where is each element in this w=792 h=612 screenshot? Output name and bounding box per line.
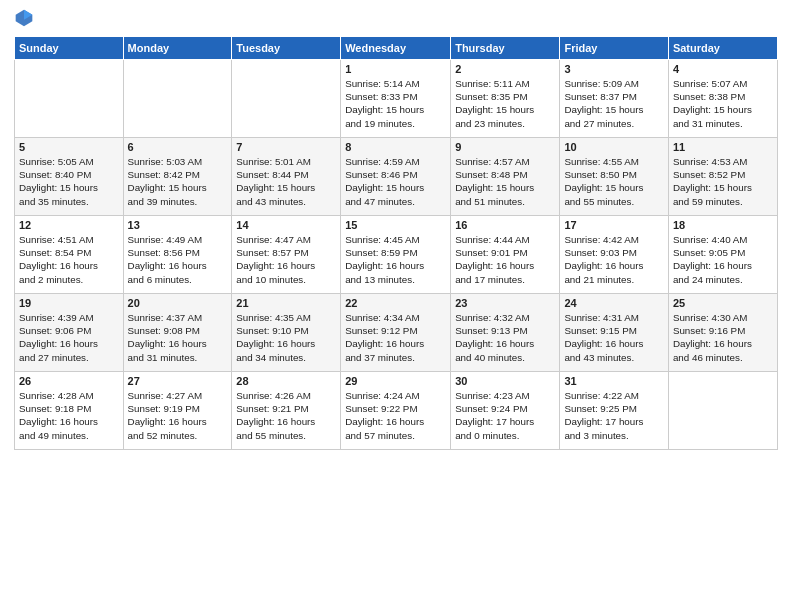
day-info: Sunrise: 5:11 AM Sunset: 8:35 PM Dayligh… <box>455 77 555 130</box>
day-info: Sunrise: 4:55 AM Sunset: 8:50 PM Dayligh… <box>564 155 663 208</box>
calendar-cell: 8Sunrise: 4:59 AM Sunset: 8:46 PM Daylig… <box>341 138 451 216</box>
calendar-cell: 22Sunrise: 4:34 AM Sunset: 9:12 PM Dayli… <box>341 294 451 372</box>
calendar-cell: 21Sunrise: 4:35 AM Sunset: 9:10 PM Dayli… <box>232 294 341 372</box>
logo <box>14 10 36 28</box>
day-info: Sunrise: 4:59 AM Sunset: 8:46 PM Dayligh… <box>345 155 446 208</box>
day-number: 30 <box>455 375 555 387</box>
day-info: Sunrise: 4:44 AM Sunset: 9:01 PM Dayligh… <box>455 233 555 286</box>
calendar-cell: 28Sunrise: 4:26 AM Sunset: 9:21 PM Dayli… <box>232 372 341 450</box>
day-info: Sunrise: 5:09 AM Sunset: 8:37 PM Dayligh… <box>564 77 663 130</box>
day-info: Sunrise: 5:01 AM Sunset: 8:44 PM Dayligh… <box>236 155 336 208</box>
day-info: Sunrise: 4:45 AM Sunset: 8:59 PM Dayligh… <box>345 233 446 286</box>
calendar-cell: 2Sunrise: 5:11 AM Sunset: 8:35 PM Daylig… <box>451 60 560 138</box>
calendar-cell: 14Sunrise: 4:47 AM Sunset: 8:57 PM Dayli… <box>232 216 341 294</box>
calendar-cell: 7Sunrise: 5:01 AM Sunset: 8:44 PM Daylig… <box>232 138 341 216</box>
day-info: Sunrise: 5:07 AM Sunset: 8:38 PM Dayligh… <box>673 77 773 130</box>
day-number: 25 <box>673 297 773 309</box>
day-number: 6 <box>128 141 228 153</box>
day-number: 22 <box>345 297 446 309</box>
calendar-cell: 16Sunrise: 4:44 AM Sunset: 9:01 PM Dayli… <box>451 216 560 294</box>
calendar-cell: 17Sunrise: 4:42 AM Sunset: 9:03 PM Dayli… <box>560 216 668 294</box>
day-number: 23 <box>455 297 555 309</box>
calendar-cell: 10Sunrise: 4:55 AM Sunset: 8:50 PM Dayli… <box>560 138 668 216</box>
day-number: 8 <box>345 141 446 153</box>
day-info: Sunrise: 4:51 AM Sunset: 8:54 PM Dayligh… <box>19 233 119 286</box>
day-number: 13 <box>128 219 228 231</box>
calendar-cell: 1Sunrise: 5:14 AM Sunset: 8:33 PM Daylig… <box>341 60 451 138</box>
calendar-cell: 11Sunrise: 4:53 AM Sunset: 8:52 PM Dayli… <box>668 138 777 216</box>
day-info: Sunrise: 4:22 AM Sunset: 9:25 PM Dayligh… <box>564 389 663 442</box>
day-number: 3 <box>564 63 663 75</box>
logo-icon <box>14 8 34 28</box>
calendar-week-row: 12Sunrise: 4:51 AM Sunset: 8:54 PM Dayli… <box>15 216 778 294</box>
day-info: Sunrise: 4:47 AM Sunset: 8:57 PM Dayligh… <box>236 233 336 286</box>
calendar-cell: 30Sunrise: 4:23 AM Sunset: 9:24 PM Dayli… <box>451 372 560 450</box>
day-number: 19 <box>19 297 119 309</box>
weekday-header: Sunday <box>15 37 124 60</box>
day-number: 18 <box>673 219 773 231</box>
calendar-cell: 27Sunrise: 4:27 AM Sunset: 9:19 PM Dayli… <box>123 372 232 450</box>
day-info: Sunrise: 4:57 AM Sunset: 8:48 PM Dayligh… <box>455 155 555 208</box>
calendar-cell: 18Sunrise: 4:40 AM Sunset: 9:05 PM Dayli… <box>668 216 777 294</box>
calendar-cell: 19Sunrise: 4:39 AM Sunset: 9:06 PM Dayli… <box>15 294 124 372</box>
calendar-cell: 26Sunrise: 4:28 AM Sunset: 9:18 PM Dayli… <box>15 372 124 450</box>
weekday-header: Friday <box>560 37 668 60</box>
day-number: 17 <box>564 219 663 231</box>
calendar-table: SundayMondayTuesdayWednesdayThursdayFrid… <box>14 36 778 450</box>
calendar-cell: 31Sunrise: 4:22 AM Sunset: 9:25 PM Dayli… <box>560 372 668 450</box>
calendar-cell: 13Sunrise: 4:49 AM Sunset: 8:56 PM Dayli… <box>123 216 232 294</box>
calendar-cell <box>15 60 124 138</box>
day-number: 16 <box>455 219 555 231</box>
calendar-week-row: 1Sunrise: 5:14 AM Sunset: 8:33 PM Daylig… <box>15 60 778 138</box>
calendar-week-row: 26Sunrise: 4:28 AM Sunset: 9:18 PM Dayli… <box>15 372 778 450</box>
day-number: 9 <box>455 141 555 153</box>
day-number: 24 <box>564 297 663 309</box>
day-info: Sunrise: 4:24 AM Sunset: 9:22 PM Dayligh… <box>345 389 446 442</box>
day-number: 27 <box>128 375 228 387</box>
day-info: Sunrise: 4:53 AM Sunset: 8:52 PM Dayligh… <box>673 155 773 208</box>
day-info: Sunrise: 4:49 AM Sunset: 8:56 PM Dayligh… <box>128 233 228 286</box>
day-info: Sunrise: 4:35 AM Sunset: 9:10 PM Dayligh… <box>236 311 336 364</box>
calendar-cell <box>123 60 232 138</box>
calendar-cell <box>232 60 341 138</box>
calendar-cell <box>668 372 777 450</box>
calendar-cell: 5Sunrise: 5:05 AM Sunset: 8:40 PM Daylig… <box>15 138 124 216</box>
weekday-header: Monday <box>123 37 232 60</box>
calendar-cell: 20Sunrise: 4:37 AM Sunset: 9:08 PM Dayli… <box>123 294 232 372</box>
day-number: 2 <box>455 63 555 75</box>
weekday-header: Thursday <box>451 37 560 60</box>
calendar-header-row: SundayMondayTuesdayWednesdayThursdayFrid… <box>15 37 778 60</box>
day-number: 1 <box>345 63 446 75</box>
day-info: Sunrise: 4:42 AM Sunset: 9:03 PM Dayligh… <box>564 233 663 286</box>
day-info: Sunrise: 5:03 AM Sunset: 8:42 PM Dayligh… <box>128 155 228 208</box>
day-info: Sunrise: 4:27 AM Sunset: 9:19 PM Dayligh… <box>128 389 228 442</box>
day-number: 31 <box>564 375 663 387</box>
day-number: 20 <box>128 297 228 309</box>
calendar-cell: 23Sunrise: 4:32 AM Sunset: 9:13 PM Dayli… <box>451 294 560 372</box>
calendar-cell: 29Sunrise: 4:24 AM Sunset: 9:22 PM Dayli… <box>341 372 451 450</box>
calendar-cell: 4Sunrise: 5:07 AM Sunset: 8:38 PM Daylig… <box>668 60 777 138</box>
day-number: 28 <box>236 375 336 387</box>
calendar-week-row: 5Sunrise: 5:05 AM Sunset: 8:40 PM Daylig… <box>15 138 778 216</box>
day-info: Sunrise: 4:40 AM Sunset: 9:05 PM Dayligh… <box>673 233 773 286</box>
day-number: 26 <box>19 375 119 387</box>
day-number: 21 <box>236 297 336 309</box>
day-info: Sunrise: 4:34 AM Sunset: 9:12 PM Dayligh… <box>345 311 446 364</box>
day-number: 7 <box>236 141 336 153</box>
calendar-cell: 9Sunrise: 4:57 AM Sunset: 8:48 PM Daylig… <box>451 138 560 216</box>
day-info: Sunrise: 4:31 AM Sunset: 9:15 PM Dayligh… <box>564 311 663 364</box>
day-info: Sunrise: 4:23 AM Sunset: 9:24 PM Dayligh… <box>455 389 555 442</box>
page: SundayMondayTuesdayWednesdayThursdayFrid… <box>0 0 792 612</box>
day-number: 11 <box>673 141 773 153</box>
day-info: Sunrise: 5:05 AM Sunset: 8:40 PM Dayligh… <box>19 155 119 208</box>
day-number: 29 <box>345 375 446 387</box>
day-info: Sunrise: 4:39 AM Sunset: 9:06 PM Dayligh… <box>19 311 119 364</box>
day-number: 10 <box>564 141 663 153</box>
day-info: Sunrise: 4:28 AM Sunset: 9:18 PM Dayligh… <box>19 389 119 442</box>
calendar-cell: 3Sunrise: 5:09 AM Sunset: 8:37 PM Daylig… <box>560 60 668 138</box>
day-number: 4 <box>673 63 773 75</box>
calendar-cell: 25Sunrise: 4:30 AM Sunset: 9:16 PM Dayli… <box>668 294 777 372</box>
weekday-header: Tuesday <box>232 37 341 60</box>
day-number: 14 <box>236 219 336 231</box>
day-info: Sunrise: 5:14 AM Sunset: 8:33 PM Dayligh… <box>345 77 446 130</box>
